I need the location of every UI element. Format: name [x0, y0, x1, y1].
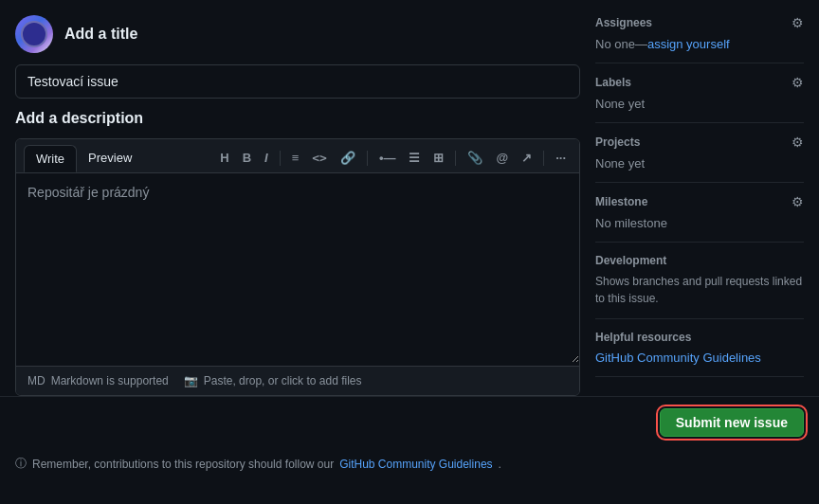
development-description: Shows branches and pull requests linked …	[595, 275, 802, 305]
milestone-section: Milestone ⚙ No milestone	[595, 183, 804, 243]
footer-period: .	[499, 458, 501, 471]
assign-yourself-link[interactable]: assign yourself	[647, 37, 730, 51]
editor-toolbar: H B I ≡ <> 🔗 •― ☰ ⊞ 📎 @ ↗ ···	[214, 143, 572, 172]
mention-button[interactable]: @	[490, 147, 514, 169]
milestone-gear-icon[interactable]: ⚙	[792, 194, 804, 209]
unordered-list-button[interactable]: •―	[373, 147, 402, 169]
description-textarea[interactable]: Repositář je prázdný	[16, 173, 579, 363]
assignees-title: Assignees	[595, 16, 652, 29]
helpful-resources-section: Helpful resources GitHub Community Guide…	[595, 319, 804, 377]
footer-link[interactable]: GitHub Community Guidelines	[339, 458, 492, 471]
attach-note[interactable]: 📷 Paste, drop, or click to add files	[184, 374, 362, 387]
link-button[interactable]: 🔗	[335, 147, 361, 169]
toolbar-sep-2	[367, 151, 368, 166]
assignees-value: No one—assign yourself	[595, 36, 804, 51]
projects-section: Projects ⚙ None yet	[595, 123, 804, 183]
projects-value: None yet	[595, 156, 645, 171]
submit-row: Submit new issue	[0, 396, 819, 448]
development-section: Development Shows branches and pull requ…	[595, 243, 804, 319]
add-title-label: Add a title	[64, 26, 137, 43]
markdown-note: MD Markdown is supported	[27, 374, 169, 387]
assignees-section: Assignees ⚙ No one—assign yourself	[595, 15, 804, 63]
toolbar-sep-4	[543, 151, 544, 166]
reference-button[interactable]: ↗	[516, 147, 537, 169]
toolbar-sep-3	[455, 151, 456, 166]
submit-new-issue-button[interactable]: Submit new issue	[660, 408, 804, 437]
editor-tab-bar: Write Preview H B I ≡ <> 🔗 •― ☰ ⊞ 📎	[16, 139, 579, 173]
community-guidelines-link[interactable]: GitHub Community Guidelines	[595, 351, 761, 365]
milestone-title: Milestone	[595, 195, 647, 208]
bold-button[interactable]: B	[237, 147, 257, 169]
heading-button[interactable]: H	[214, 147, 234, 169]
helpful-resources-title: Helpful resources	[595, 331, 691, 344]
milestone-value: No milestone	[595, 216, 667, 230]
image-icon: 📷	[184, 374, 198, 387]
assignees-gear-icon[interactable]: ⚙	[792, 15, 804, 30]
bottom-bar: ⓘ Remember, contributions to this reposi…	[0, 448, 819, 483]
info-icon: ⓘ	[15, 456, 27, 472]
checklist-button[interactable]: ☰	[403, 147, 426, 169]
attachment-button[interactable]: 📎	[462, 147, 488, 169]
avatar	[15, 15, 53, 53]
tab-preview[interactable]: Preview	[77, 145, 143, 171]
code-button[interactable]: <>	[306, 147, 333, 169]
labels-value: None yet	[595, 97, 645, 111]
tab-write[interactable]: Write	[24, 145, 77, 172]
table-button[interactable]: ⊞	[428, 147, 449, 169]
labels-gear-icon[interactable]: ⚙	[792, 75, 804, 90]
footer-text: Remember, contributions to this reposito…	[32, 458, 334, 471]
labels-section: Labels ⚙ None yet	[595, 63, 804, 123]
more-button[interactable]: ···	[550, 147, 572, 169]
editor-footer: MD Markdown is supported 📷 Paste, drop, …	[16, 366, 579, 395]
sidebar: Assignees ⚙ No one—assign yourself Label…	[595, 15, 804, 396]
description-editor: Write Preview H B I ≡ <> 🔗 •― ☰ ⊞ 📎	[15, 138, 580, 396]
ordered-list-button[interactable]: ≡	[286, 147, 305, 169]
title-input[interactable]	[15, 64, 580, 99]
markdown-icon: MD	[27, 374, 46, 387]
labels-title: Labels	[595, 76, 631, 89]
toolbar-sep-1	[280, 151, 281, 166]
description-label: Add a description	[15, 110, 580, 127]
projects-title: Projects	[595, 135, 640, 149]
development-title: Development	[595, 254, 666, 267]
italic-button[interactable]: I	[259, 147, 274, 169]
projects-gear-icon[interactable]: ⚙	[792, 135, 804, 150]
